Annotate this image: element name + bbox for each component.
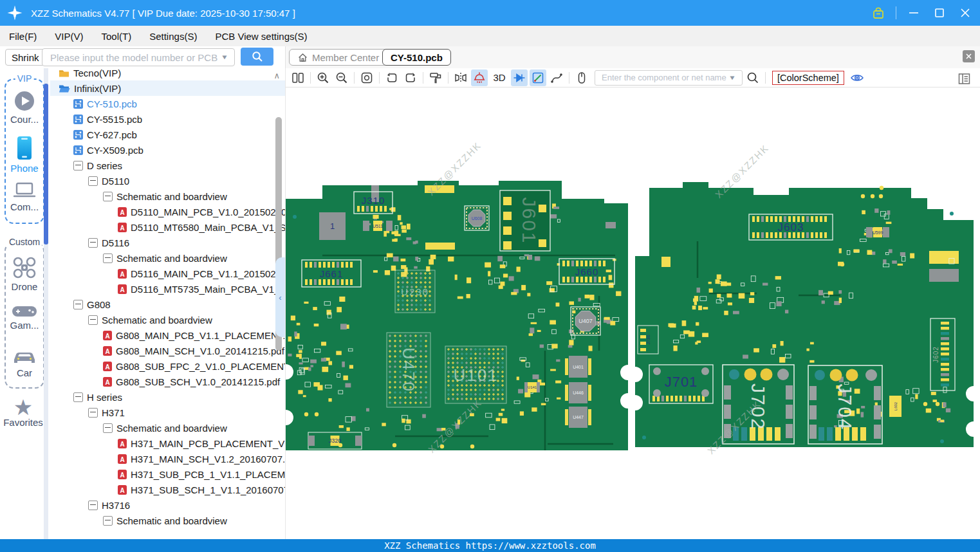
tree-row[interactable]: H371 bbox=[50, 405, 285, 420]
pcb-board-view[interactable]: J3101U511U608J601J661U230J660U407U470U10… bbox=[285, 87, 980, 539]
component-L602[interactable]: L602 bbox=[889, 396, 901, 417]
tree-row[interactable]: CY-X509.pcb bbox=[50, 142, 285, 158]
close-button[interactable] bbox=[957, 5, 974, 21]
component-U401[interactable]: U401 bbox=[565, 356, 591, 378]
component-U230[interactable]: U230 bbox=[395, 270, 435, 313]
tree-row[interactable]: Schematic and boardview bbox=[50, 312, 285, 327]
tree-row[interactable]: Tecno(VIP) bbox=[50, 67, 285, 80]
collapse-icon[interactable] bbox=[88, 315, 98, 325]
zoom-in-icon[interactable] bbox=[315, 69, 331, 86]
tree-row-pdf[interactable]: AH371_MAIN_PCB_PLACEMENT_V1 bbox=[50, 436, 285, 451]
layer-panel-icon[interactable] bbox=[956, 70, 972, 87]
tree-row[interactable]: D series bbox=[50, 158, 285, 173]
component-U446[interactable]: U446 bbox=[565, 382, 591, 403]
sidebar-item-phone[interactable]: Phone bbox=[6, 135, 43, 174]
collapse-icon[interactable] bbox=[103, 253, 113, 263]
tree-row-pdf[interactable]: AH371_SUB_PCB_1_V1.1_PLACEMEN bbox=[50, 466, 285, 482]
tab-active-pcb[interactable]: CY-510.pcb bbox=[382, 49, 451, 66]
sidebar-item-gam[interactable]: Gam... bbox=[6, 305, 43, 331]
component-U511[interactable]: U511 bbox=[363, 221, 393, 231]
component-U141[interactable]: U141 bbox=[524, 382, 540, 392]
collapse-icon[interactable] bbox=[103, 192, 113, 201]
tree-row-pdf[interactable]: AH371_SUB_SCH_1_V1.1_20160707. bbox=[50, 482, 285, 497]
tab-member-center[interactable]: Member Center bbox=[289, 49, 387, 66]
tree-row[interactable]: Schematic and boardview bbox=[50, 513, 285, 528]
minimize-button[interactable] bbox=[905, 5, 922, 21]
sidebar-item-cour[interactable]: Cour... bbox=[6, 90, 43, 125]
diode-icon[interactable] bbox=[511, 69, 528, 86]
tree-row-pdf[interactable]: AH371_MAIN_SCH_V1.2_20160707.p bbox=[50, 451, 285, 466]
dual-pane-icon[interactable] bbox=[290, 69, 306, 86]
net-search-combobox[interactable]: ▼ bbox=[595, 70, 743, 86]
tree-row[interactable]: D5110 bbox=[50, 173, 285, 189]
collapse-icon[interactable] bbox=[73, 300, 83, 309]
collapse-icon[interactable] bbox=[88, 176, 98, 186]
collapse-icon[interactable] bbox=[88, 501, 98, 510]
model-search-input[interactable] bbox=[49, 51, 221, 64]
tree-scroll-up-icon[interactable]: ∧ bbox=[273, 71, 280, 80]
net-search-input[interactable] bbox=[600, 72, 728, 83]
tree-row-pdf[interactable]: AG808_SUB_SCH_V1.0_20141215.pdf bbox=[50, 374, 285, 389]
sidebar-item-com[interactable]: Com... bbox=[6, 181, 43, 212]
shrink-button[interactable]: Shrink bbox=[5, 49, 46, 66]
tree-row[interactable]: Schematic and boardview bbox=[50, 189, 285, 204]
collapse-icon[interactable] bbox=[103, 516, 113, 526]
search-button[interactable] bbox=[241, 48, 273, 66]
fit-screen-icon[interactable] bbox=[358, 69, 375, 86]
pcb-board-canvas[interactable]: J3101U511U608J601J661U230J660U407U470U10… bbox=[286, 87, 980, 539]
collapse-icon[interactable] bbox=[88, 408, 98, 418]
eye-icon[interactable] bbox=[849, 69, 865, 86]
component-U599[interactable]: U599 bbox=[866, 227, 889, 237]
tree-row-pdf[interactable]: AG808_MAIN_PCB_V1.1_PLACEMENT.p bbox=[50, 327, 285, 343]
tree-row-pdf[interactable]: AD5116_MT5735_Main_PCBA_V1_S bbox=[50, 281, 285, 297]
net-search-icon[interactable] bbox=[744, 69, 761, 86]
sidebar-scrollbar[interactable] bbox=[44, 68, 48, 539]
tree-row[interactable]: H3716 bbox=[50, 497, 285, 513]
tree-row[interactable]: D5116 bbox=[50, 235, 285, 250]
tree-row-pdf[interactable]: AD5110_MAIN_PCB_V1.0_20150210 bbox=[50, 204, 285, 219]
maximize-button[interactable] bbox=[931, 5, 948, 21]
menu-item-5[interactable]: PCB View settings(S) bbox=[206, 28, 316, 45]
tree-row[interactable]: H series bbox=[50, 389, 285, 405]
collapse-icon[interactable] bbox=[103, 423, 113, 433]
menu-item-3[interactable]: Tool(T) bbox=[93, 28, 141, 45]
component-J601[interactable]: J601 bbox=[500, 190, 550, 251]
measure-icon[interactable] bbox=[530, 69, 546, 86]
zoom-out-icon[interactable] bbox=[333, 69, 350, 86]
menu-item-4[interactable]: Settings(S) bbox=[140, 28, 206, 45]
sidebar-scrollbar-thumb[interactable] bbox=[44, 84, 48, 244]
rotate-left-icon[interactable] bbox=[384, 69, 400, 86]
tree-row[interactable]: CY-5515.pcb bbox=[50, 111, 285, 127]
component-1[interactable]: 1 bbox=[319, 212, 346, 240]
component-U470[interactable]: U470 bbox=[387, 333, 430, 407]
sidebar-item-drone[interactable]: Drone bbox=[6, 256, 43, 292]
paint-roller-icon[interactable] bbox=[427, 69, 444, 86]
chevron-down-icon[interactable]: ▼ bbox=[221, 53, 228, 60]
model-search-combobox[interactable]: ▼ bbox=[42, 48, 235, 66]
tree-row[interactable]: G808 bbox=[50, 297, 285, 312]
rotate-right-icon[interactable] bbox=[402, 69, 419, 86]
tree-row[interactable]: Schematic and boardview bbox=[50, 420, 285, 436]
menu-item-1[interactable]: File(F) bbox=[0, 28, 46, 45]
collapse-icon[interactable] bbox=[73, 392, 83, 402]
component-U447[interactable]: U447 bbox=[565, 407, 591, 428]
sidebar-item-car[interactable]: Car bbox=[6, 349, 43, 378]
menu-item-2[interactable]: VIP(V) bbox=[46, 28, 92, 45]
mouse-icon[interactable] bbox=[573, 69, 590, 86]
tree-row-pdf[interactable]: AD5116_MAIN_PCB_V1.1_20150212 bbox=[50, 266, 285, 281]
tree-row[interactable]: Infinix(VIP) bbox=[50, 80, 285, 96]
vip-lock-icon[interactable] bbox=[870, 5, 887, 21]
tree-row[interactable]: CY-510.pcb bbox=[50, 96, 285, 111]
colorscheme-button[interactable]: [ColorScheme] bbox=[772, 71, 844, 85]
threed-toggle[interactable]: 3D bbox=[490, 69, 509, 86]
tree-row[interactable]: CY-627.pcb bbox=[50, 127, 285, 142]
lamp-icon[interactable] bbox=[471, 69, 488, 86]
close-tab-icon[interactable] bbox=[963, 50, 975, 62]
sidebar-item-favorites[interactable]: ★ Favorites bbox=[5, 398, 42, 428]
tree-row[interactable]: Schematic and boardview bbox=[50, 250, 285, 266]
chevron-down-icon[interactable]: ▼ bbox=[728, 74, 736, 81]
tree-row-pdf[interactable]: AG808_MAIN_SCH_V1.0_20141215.pdf bbox=[50, 343, 285, 358]
collapse-tree-handle[interactable]: ‹ bbox=[275, 257, 285, 337]
component-U101[interactable]: U101 bbox=[445, 346, 506, 403]
curve-icon[interactable] bbox=[548, 69, 565, 86]
